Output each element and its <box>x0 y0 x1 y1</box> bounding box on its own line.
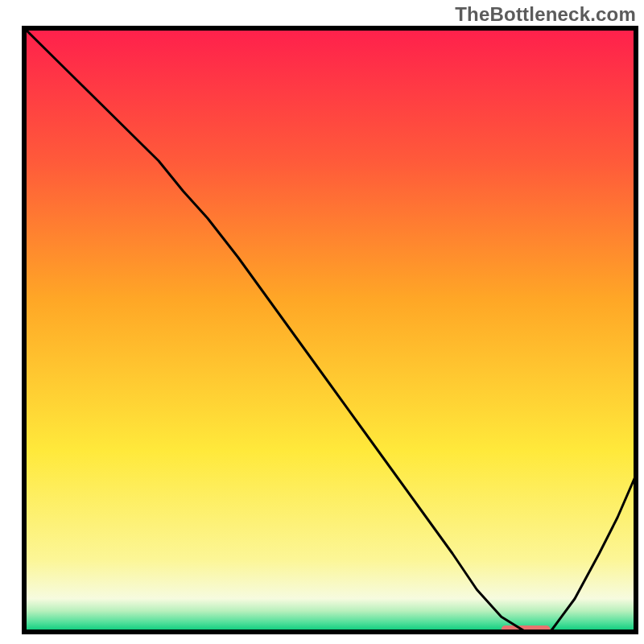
chart-svg <box>0 0 644 644</box>
chart-stage: TheBottleneck.com <box>0 0 644 644</box>
